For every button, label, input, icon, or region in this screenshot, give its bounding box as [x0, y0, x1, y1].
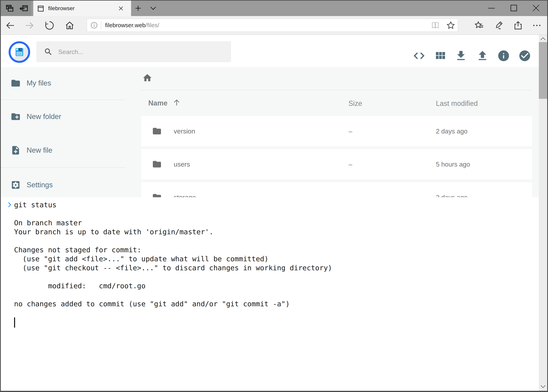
- search-icon: [44, 47, 53, 56]
- browser-tab[interactable]: filebrowser: [33, 0, 131, 16]
- browser-navbar: filebrowser.web/files/: [0, 16, 548, 35]
- scrollbar-thumb[interactable]: [539, 42, 547, 99]
- terminal-cursor: [14, 317, 15, 328]
- terminal-line: (use "git add <file>..." to update what …: [14, 254, 533, 263]
- info-icon[interactable]: [497, 49, 510, 62]
- page-favicon-icon: [37, 5, 45, 13]
- tab-close-icon[interactable]: [118, 5, 124, 12]
- terminal-line: [14, 273, 533, 281]
- folder-icon: [152, 126, 162, 136]
- terminal-command-line: git status: [14, 200, 533, 210]
- set-tabs-aside-icon[interactable]: [19, 4, 28, 13]
- terminal-line: modified: cmd/root.go: [14, 281, 533, 290]
- minimize-button[interactable]: [486, 2, 497, 14]
- url-path: /files/: [146, 22, 159, 28]
- terminal-line: Your branch is up to date with 'origin/m…: [14, 227, 533, 236]
- back-icon[interactable]: [5, 20, 15, 30]
- more-options-icon[interactable]: [532, 20, 542, 30]
- file-list: version – 2 days ago users – 5 hours ago…: [141, 116, 532, 197]
- tab-list-chevron-icon[interactable]: [149, 6, 157, 11]
- grid-view-icon[interactable]: [434, 49, 447, 62]
- terminal-line: On branch master: [14, 218, 533, 227]
- raw-code-icon[interactable]: [413, 49, 425, 62]
- download-icon[interactable]: [454, 49, 467, 62]
- prompt-chevron-icon: [6, 201, 13, 208]
- scroll-up-icon[interactable]: [540, 36, 546, 41]
- window-border-left: [0, 0, 1, 392]
- create-new-folder-icon: [11, 112, 21, 122]
- terminal-line: [14, 210, 533, 218]
- settings-icon: [11, 180, 21, 190]
- maximize-button[interactable]: [508, 2, 520, 14]
- browser-tab-bar: filebrowser: [0, 0, 548, 16]
- window-border-bottom: [0, 391, 548, 392]
- new-file-icon: [11, 145, 21, 155]
- breadcrumb-home-icon[interactable]: [142, 73, 153, 83]
- column-header-name[interactable]: Name: [148, 99, 167, 107]
- file-name: version: [174, 116, 195, 146]
- select-check-icon[interactable]: [518, 49, 531, 62]
- terminal-line: [14, 236, 533, 245]
- column-header-size[interactable]: Size: [348, 99, 362, 108]
- page-scrollbar[interactable]: [539, 35, 547, 391]
- address-separator: [101, 21, 101, 29]
- search-box[interactable]: [36, 41, 231, 62]
- terminal-line: [14, 308, 533, 317]
- filebrowser-logo-icon[interactable]: [9, 41, 30, 63]
- close-window-button[interactable]: [530, 2, 542, 14]
- url-text[interactable]: filebrowser.web/files/: [105, 19, 159, 32]
- terminal-cursor-line: [14, 317, 533, 328]
- refresh-icon[interactable]: [44, 20, 55, 30]
- sidebar-divider: [0, 167, 126, 168]
- terminal-command: git status: [14, 201, 56, 209]
- column-header-modified[interactable]: Last modified: [436, 99, 478, 108]
- upload-icon[interactable]: [476, 49, 489, 62]
- window-border-top: [0, 0, 548, 0]
- sidebar-item-label: New folder: [27, 112, 61, 121]
- home-nav-icon[interactable]: [65, 20, 75, 30]
- sidebar-item-new-folder[interactable]: New folder: [0, 107, 126, 126]
- new-tab-button[interactable]: [134, 4, 142, 12]
- share-icon[interactable]: [513, 20, 523, 30]
- file-name: users: [174, 149, 190, 179]
- favorites-hub-icon[interactable]: [474, 20, 484, 30]
- folder-icon: [11, 78, 21, 88]
- tab-title: filebrowser: [48, 0, 75, 16]
- terminal-line: Changes not staged for commit:: [14, 245, 533, 254]
- page-info-icon[interactable]: [90, 21, 98, 29]
- sidebar-item-label: Settings: [27, 181, 53, 189]
- file-modified: 2 days ago: [436, 116, 467, 146]
- tab-preview-icon[interactable]: [5, 4, 14, 13]
- sort-ascending-icon[interactable]: [172, 98, 181, 107]
- file-row-users[interactable]: users – 5 hours ago: [141, 149, 532, 179]
- filebrowser-page: My files New folder New file Settings: [0, 35, 548, 392]
- app-header: [0, 35, 548, 67]
- forward-icon[interactable]: [24, 20, 35, 30]
- file-size: –: [349, 149, 352, 179]
- scroll-down-icon[interactable]: [540, 384, 546, 389]
- breadcrumb-divider: [141, 90, 532, 90]
- file-name: storage: [174, 182, 196, 197]
- file-modified: 2 days ago: [436, 182, 467, 197]
- sidebar-item-new-file[interactable]: New file: [0, 140, 126, 160]
- address-bar[interactable]: filebrowser.web/files/: [87, 19, 458, 32]
- sidebar-item-my-files[interactable]: My files: [0, 73, 126, 93]
- file-row-storage[interactable]: storage – 2 days ago: [141, 182, 532, 197]
- sidebar-item-settings[interactable]: Settings: [0, 175, 126, 195]
- file-modified: 5 hours ago: [436, 149, 470, 179]
- sidebar-divider: [0, 100, 126, 100]
- sidebar-item-label: New file: [27, 146, 52, 154]
- window-border-right: [547, 0, 548, 392]
- url-host: filebrowser.web: [105, 22, 146, 28]
- terminal-line: [14, 290, 533, 299]
- terminal-line: no changes added to commit (use "git add…: [14, 299, 533, 308]
- file-size: –: [349, 182, 352, 197]
- file-size: –: [349, 116, 352, 146]
- reading-view-icon[interactable]: [431, 21, 440, 30]
- terminal-panel[interactable]: git status On branch master Your branch …: [1, 197, 539, 391]
- add-favorite-star-icon[interactable]: [446, 21, 456, 30]
- search-input[interactable]: [58, 41, 223, 63]
- ink-notes-icon[interactable]: [494, 20, 504, 30]
- folder-icon: [152, 192, 162, 197]
- file-row-version[interactable]: version – 2 days ago: [141, 116, 532, 146]
